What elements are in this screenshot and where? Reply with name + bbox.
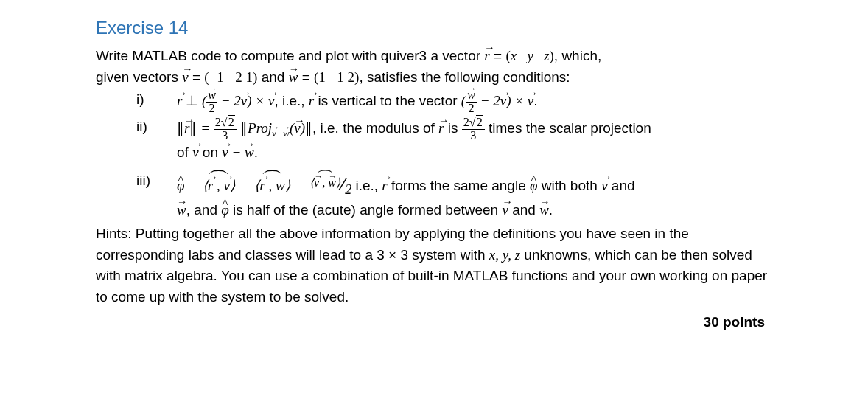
vec-w-3: w	[177, 200, 186, 221]
equals-1: =	[197, 120, 213, 136]
condition-ii: ii) ‖r‖ = 2√23 ‖Projv−w(v)‖, i.e. the mo…	[136, 117, 772, 163]
phi-hat-2: φ	[530, 176, 538, 197]
vec-r-2: r	[309, 91, 314, 112]
row-matrix-w: (1 −1 2)	[314, 69, 359, 85]
of-text: of	[177, 145, 192, 160]
intro-text-2: , which,	[554, 48, 601, 63]
minus-2v-b: − 2	[477, 93, 500, 108]
vec-v: v	[241, 91, 247, 112]
norm-close-2: ‖	[305, 120, 312, 136]
vec-v-8: v	[601, 176, 607, 197]
frac-w-2-b: w2	[466, 89, 477, 115]
and-text-2: and	[508, 202, 539, 218]
frac-2sqrt2-3-b: 2√23	[462, 117, 485, 142]
intro-eq-3: =	[298, 69, 314, 85]
ie-modulus: , i.e. the modulus of	[312, 120, 438, 136]
hints-xyz: x, y, z	[489, 247, 520, 263]
intro-text-4: and	[257, 69, 288, 85]
vec-v-4: v	[528, 91, 533, 112]
norm-open-1: ‖	[177, 120, 184, 136]
vec-v-7: v	[222, 142, 228, 164]
ie-text: , i.e.,	[274, 93, 308, 108]
times-projection: times the scalar projection	[485, 120, 651, 136]
condition-iii: iii) φ = ⟨r , v⟩ = ⟨r , w⟩ = ⟨v , w⟩⁄2 i…	[136, 170, 772, 221]
hints-paragraph: Hints: Putting together all the above in…	[96, 223, 772, 308]
vec-v-6: v	[192, 142, 198, 164]
row-matrix-v: (−1 −2 1)	[204, 69, 257, 85]
intro-paragraph: Write MATLAB code to compute and plot wi…	[96, 46, 772, 88]
vector-v: v	[182, 67, 188, 88]
vec-v-2: v	[268, 91, 274, 112]
angle-rv: ⟨r , v⟩	[201, 176, 237, 197]
condition-ii-content: ‖r‖ = 2√23 ‖Projv−w(v)‖, i.e. the modulu…	[177, 117, 772, 163]
angle-vw: ⟨v , w⟩	[308, 174, 342, 192]
vec-w-2: w	[245, 142, 254, 164]
vertical-text: is vertical to the vector	[314, 93, 461, 108]
half-acute: is half of the (acute) angle formed betw…	[229, 202, 503, 218]
vec-r-4: r	[438, 118, 444, 139]
vec-w-4: w	[539, 200, 549, 221]
condition-iii-label: iii)	[136, 170, 177, 221]
with-both: with both	[538, 178, 602, 193]
matrix-x: x	[511, 48, 517, 63]
norm-open-2: ‖	[240, 120, 248, 136]
forms-angle: forms the same angle	[388, 178, 530, 193]
matrix-y: y	[527, 48, 533, 63]
conditions-list: i) r ⊥ (w2 − 2v) × v, i.e., r is vertica…	[96, 89, 772, 221]
condition-i-label: i)	[136, 89, 177, 115]
ie-angle: i.e.,	[351, 178, 382, 193]
proj-label: Proj	[248, 120, 272, 136]
intro-text-5: , satisfies the following conditions:	[359, 69, 570, 85]
matrix-z: z	[544, 48, 549, 63]
exercise-title: Exercise 14	[96, 15, 772, 41]
vec-r-3: r	[184, 118, 189, 139]
vec-v-3: v	[500, 91, 506, 112]
angle-rw: ⟨r , w⟩	[253, 176, 291, 197]
vec-r: r	[177, 91, 182, 112]
frac-w-2: w2	[206, 89, 217, 115]
and-phi: , and	[186, 202, 222, 218]
condition-i-content: r ⊥ (w2 − 2v) × v, i.e., r is vertical t…	[177, 89, 772, 115]
vector-r: r	[484, 46, 489, 67]
vec-v-9: v	[502, 200, 508, 221]
minus-2v: − 2	[217, 93, 241, 108]
vec-r-5: r	[382, 176, 387, 197]
vec-v-5: v	[294, 118, 300, 139]
row-matrix-xyz: (x y z)	[505, 48, 553, 63]
condition-i: i) r ⊥ (w2 − 2v) × v, i.e., r is vertica…	[136, 89, 772, 115]
vector-w: w	[289, 67, 298, 88]
proj-subscript: v−w	[272, 128, 290, 139]
and-text: and	[608, 178, 635, 193]
intro-text-3: given vectors	[96, 69, 182, 85]
points-label: 30 points	[96, 312, 772, 333]
condition-ii-label: ii)	[136, 117, 177, 163]
condition-iii-content: φ = ⟨r , v⟩ = ⟨r , w⟩ = ⟨v , w⟩⁄2 i.e., …	[177, 170, 772, 221]
phi-hat-3: φ	[221, 200, 229, 221]
